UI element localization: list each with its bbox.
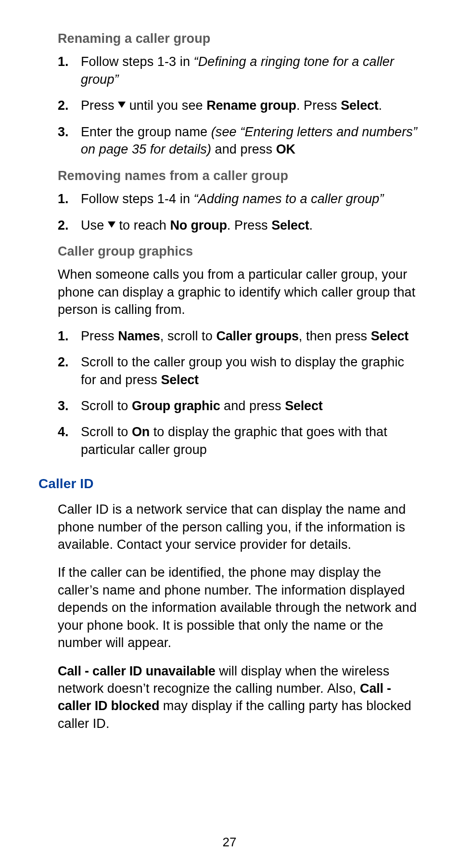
step-text: Scroll to xyxy=(81,425,132,439)
ui-label: On xyxy=(132,425,150,439)
ui-label: Select xyxy=(161,373,199,387)
step-text: Use xyxy=(81,218,108,233)
step-item: 3. Scroll to Group graphic and press Sel… xyxy=(58,397,421,415)
ui-label: Names xyxy=(118,329,160,343)
step-text: Scroll to xyxy=(81,399,132,413)
step-number: 1. xyxy=(58,190,69,207)
paragraph-text: Also, xyxy=(324,681,360,696)
manual-page: Renaming a caller group 1. Follow steps … xyxy=(0,0,459,868)
paragraph: If the caller can be identified, the pho… xyxy=(58,564,421,651)
ui-label: OK xyxy=(276,142,295,156)
step-number: 1. xyxy=(58,53,69,70)
step-text: . Press xyxy=(227,218,271,233)
heading-caller-id: Caller ID xyxy=(38,475,421,493)
step-item: 2. Scroll to the caller group you wish t… xyxy=(58,353,421,389)
ui-label: Call - caller ID unavailable xyxy=(58,664,216,678)
down-triangle-icon xyxy=(108,221,115,228)
step-text: Scroll to the caller group you wish to d… xyxy=(81,355,404,387)
heading-caller-group-graphics: Caller group graphics xyxy=(58,243,421,260)
step-item: 1. Follow steps 1-4 in “Adding names to … xyxy=(58,190,421,207)
step-text: , then press xyxy=(299,329,371,343)
ui-label: Select xyxy=(371,329,408,343)
step-text: and press xyxy=(211,142,276,156)
step-number: 4. xyxy=(58,423,69,440)
heading-renaming-caller-group: Renaming a caller group xyxy=(58,30,421,47)
step-text: Press xyxy=(81,329,118,343)
step-text: . Press xyxy=(296,98,341,113)
down-triangle-icon xyxy=(118,102,126,108)
paragraph: Call - caller ID unavailable will displa… xyxy=(58,662,421,733)
step-text: Enter the group name xyxy=(81,125,211,139)
steps-removing: 1. Follow steps 1-4 in “Adding names to … xyxy=(58,190,421,234)
ui-label: Group graphic xyxy=(132,399,220,413)
step-item: 2. Use to reach No group. Press Select. xyxy=(58,217,421,234)
step-text: . xyxy=(379,98,382,113)
ui-label: No group xyxy=(170,218,227,233)
step-text: Follow steps 1-4 in xyxy=(81,192,194,206)
step-item: 2. Press until you see Rename group. Pre… xyxy=(58,97,421,114)
step-item: 1. Press Names, scroll to Caller groups,… xyxy=(58,327,421,345)
step-text: and press xyxy=(220,399,285,413)
page-number: 27 xyxy=(0,834,459,851)
step-text: Follow steps 1-3 in xyxy=(81,54,194,69)
step-number: 3. xyxy=(58,123,69,141)
ui-label: Rename group xyxy=(206,98,296,113)
heading-removing-names: Removing names from a caller group xyxy=(58,167,421,184)
step-number: 1. xyxy=(58,327,69,345)
step-text: , scroll to xyxy=(160,329,217,343)
svg-marker-1 xyxy=(108,221,115,228)
step-number: 3. xyxy=(58,397,69,415)
step-item: 1. Follow steps 1-3 in “Defining a ringi… xyxy=(58,53,421,88)
step-number: 2. xyxy=(58,97,69,114)
paragraph: Caller ID is a network service that can … xyxy=(58,501,421,553)
step-number: 2. xyxy=(58,217,69,234)
step-text: . xyxy=(309,218,313,233)
step-text-italic: “Adding names to a caller group” xyxy=(194,192,384,206)
ui-label: Select xyxy=(271,218,309,233)
steps-graphics: 1. Press Names, scroll to Caller groups,… xyxy=(58,327,421,459)
step-text: Press xyxy=(81,98,118,113)
ui-label: Caller groups xyxy=(216,329,298,343)
paragraph-text: . xyxy=(320,681,324,696)
svg-marker-0 xyxy=(118,102,126,108)
ui-label: Select xyxy=(341,98,378,113)
step-item: 4. Scroll to On to display the graphic t… xyxy=(58,423,421,458)
ui-label: Select xyxy=(285,399,322,413)
steps-renaming: 1. Follow steps 1-3 in “Defining a ringi… xyxy=(58,53,421,158)
step-item: 3. Enter the group name (see “Entering l… xyxy=(58,123,421,158)
step-text: to reach xyxy=(115,218,170,233)
step-text: until you see xyxy=(126,98,206,113)
step-number: 2. xyxy=(58,353,69,371)
paragraph: When someone calls you from a particular… xyxy=(58,266,421,318)
